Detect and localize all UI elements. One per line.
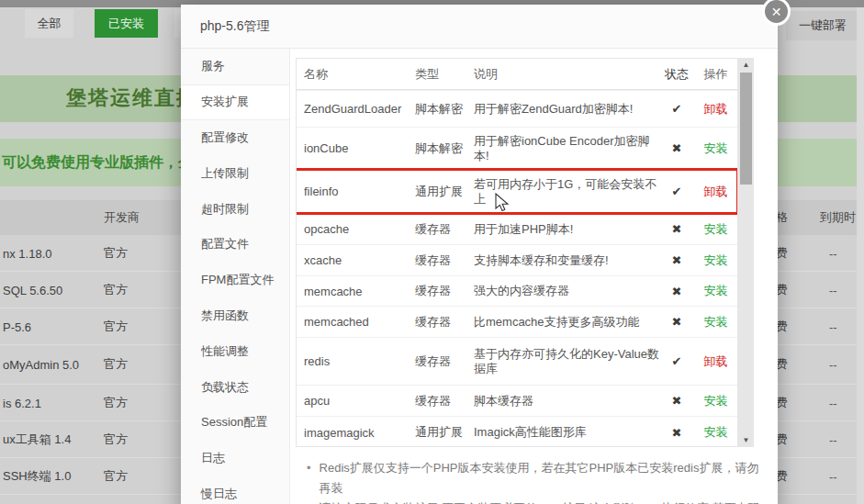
not-installed-cross-icon: ✖ (659, 222, 694, 236)
uninstall-link[interactable]: 卸载 (694, 353, 737, 370)
uninstall-link[interactable]: 卸载 (694, 101, 737, 118)
extension-type: 缓存器 (408, 252, 466, 269)
not-installed-cross-icon: ✖ (659, 253, 694, 267)
install-link[interactable]: 安装 (694, 424, 737, 441)
not-installed-cross-icon: ✖ (659, 426, 694, 440)
extension-row-ioncube: ionCube 脚本解密 用于解密ionCube Encoder加密脚本! ✖ … (297, 127, 737, 169)
install-link[interactable]: 安装 (694, 314, 737, 330)
software-name: nx 1.18.0 (3, 246, 52, 260)
extension-type: 通用扩展 (408, 184, 466, 200)
not-installed-cross-icon: ✖ (659, 141, 694, 155)
install-link[interactable]: 安装 (694, 221, 737, 238)
extension-row-fileinfo-highlighted: fileinfo 通用扩展 若可用内存小于1G，可能会安装不上 ✔ 卸载 (297, 169, 737, 213)
extension-table-header: 名称 类型 说明 状态 操作 (297, 59, 737, 90)
extension-name: ZendGuardLoader (297, 102, 408, 116)
extension-type: 缓存器 (408, 353, 466, 370)
scroll-up-icon[interactable]: ▲ (738, 58, 754, 72)
column-desc: 说明 (466, 67, 659, 82)
extension-row-xcache: xcache 缓存器 支持脚本缓存和变量缓存! ✖ 安装 (297, 244, 737, 275)
software-developer: 官方 (104, 245, 128, 262)
banner-title: 堡塔运维直播 (66, 84, 198, 112)
close-x-glyph: ✕ (771, 5, 782, 19)
install-link[interactable]: 安装 (694, 140, 737, 157)
extension-desc: 支持脚本缓存和变量缓存! (466, 253, 659, 268)
filter-all-button[interactable]: 全部 (25, 9, 73, 38)
sidebar-item-config-file[interactable]: 配置文件 (181, 227, 289, 263)
extension-name: redis (297, 354, 408, 368)
sidebar-item-load-status[interactable]: 负载状态 (181, 369, 289, 405)
column-action: 操作 (694, 66, 737, 83)
page-scrollbar[interactable] (857, 7, 864, 504)
sidebar-item-install-extensions[interactable]: 安装扩展 (181, 84, 289, 120)
sidebar-item-fpm-config[interactable]: FPM配置文件 (181, 263, 289, 298)
extension-name: apcu (297, 394, 408, 408)
extension-row-redis: redis 缓存器 基于内存亦可持久化的Key-Value数据库 ✔ 卸载 (297, 337, 737, 385)
extension-type: 缓存器 (408, 393, 466, 409)
sidebar-item-timeout-limit[interactable]: 超时限制 (181, 191, 289, 227)
software-expire: -- (829, 246, 837, 260)
software-developer: 官方 (104, 319, 128, 335)
not-installed-cross-icon: ✖ (659, 285, 694, 298)
extension-notes: • Redis扩展仅支持一个PHP版本安装使用，若在其它PHP版本已安装redi… (296, 458, 770, 504)
filter-installed-button[interactable]: 已安装 (95, 9, 158, 38)
column-type: 类型 (408, 66, 466, 83)
software-expire: -- (829, 469, 837, 483)
extension-desc: 用于加速PHP脚本! (466, 222, 659, 237)
software-name: P-5.6 (3, 319, 31, 333)
not-installed-cross-icon: ✖ (659, 315, 694, 329)
scroll-down-icon[interactable]: ▼ (738, 433, 754, 447)
software-expire: -- (829, 358, 837, 372)
software-name: SSH终端 1.0 (3, 468, 71, 485)
sidebar-item-log[interactable]: 日志 (181, 441, 289, 476)
software-name: is 6.2.1 (3, 396, 41, 409)
extension-name: ionCube (297, 141, 408, 155)
scrollbar-thumb[interactable] (740, 73, 752, 185)
bullet-icon: • (307, 498, 311, 504)
extension-table: 名称 类型 说明 状态 操作 ZendGuardLoader 脚本解密 用于解密… (296, 58, 738, 447)
note-text: Redis扩展仅支持一个PHP版本安装使用，若在其它PHP版本已安装redis扩… (320, 458, 770, 498)
note-advice: • 请按实际需求安装扩展,不要安装不必要的PHP扩展,这会影响PHP执行效率,甚… (307, 498, 770, 504)
extension-row-memcached: memcached 缓存器 比memcache支持更多高级功能 ✖ 安装 (297, 306, 737, 337)
software-developer: 官方 (104, 431, 128, 448)
extension-type: 通用扩展 (408, 424, 466, 441)
dialog-sidebar: 服务 安装扩展 配置修改 上传限制 超时限制 配置文件 FPM配置文件 禁用函数… (181, 49, 290, 504)
software-developer: 官方 (104, 468, 128, 485)
extension-desc: 若可用内存小于1G，可能会安装不上 (466, 177, 659, 207)
extension-type: 缓存器 (408, 314, 466, 330)
software-expire: -- (829, 319, 837, 333)
sidebar-item-session-config[interactable]: Session配置 (181, 405, 289, 441)
software-developer: 官方 (104, 282, 128, 298)
sidebar-item-performance[interactable]: 性能调整 (181, 333, 289, 369)
one-click-deploy-button[interactable]: 一键部署 (786, 11, 859, 40)
extension-type: 脚本解密 (408, 140, 466, 157)
extension-row-imagemagick: imagemagick 通用扩展 Imagick高性能图形库 ✖ 安装 (297, 416, 737, 447)
install-link[interactable]: 安装 (694, 252, 737, 269)
software-expire: -- (829, 432, 837, 446)
extension-row-apcu: apcu 缓存器 脚本缓存器 ✖ 安装 (297, 385, 737, 416)
extension-name: imagemagick (297, 426, 408, 440)
sidebar-item-upload-limit[interactable]: 上传限制 (181, 155, 289, 191)
dialog-titlebar: php-5.6管理 (181, 5, 778, 49)
extension-type: 缓存器 (408, 221, 466, 238)
sidebar-item-slow-log[interactable]: 慢日志 (181, 476, 289, 504)
extension-desc: 脚本缓存器 (466, 394, 659, 409)
uninstall-link[interactable]: 卸载 (694, 184, 737, 200)
php-manage-dialog: php-5.6管理 服务 安装扩展 配置修改 上传限制 超时限制 配置文件 FP… (181, 5, 778, 504)
extension-row-memcache: memcache 缓存器 强大的内容缓存器 ✖ 安装 (297, 275, 737, 306)
extension-name: xcache (297, 253, 408, 267)
software-expire: -- (829, 283, 837, 297)
sidebar-item-service[interactable]: 服务 (181, 49, 289, 84)
column-developer: 开发商 (104, 209, 140, 226)
install-link[interactable]: 安装 (694, 393, 737, 409)
table-scrollbar[interactable]: ▲ ▼ (738, 58, 754, 447)
install-link[interactable]: 安装 (694, 283, 737, 299)
sidebar-item-config-modify[interactable]: 配置修改 (181, 120, 289, 156)
software-name: oMyAdmin 5.0 (3, 358, 79, 372)
software-name: ux工具箱 1.4 (3, 431, 71, 448)
bullet-icon: • (307, 458, 311, 498)
installed-check-icon: ✔ (659, 354, 694, 368)
dialog-title: php-5.6管理 (200, 18, 269, 35)
installed-check-icon: ✔ (659, 102, 694, 116)
extension-type: 脚本解密 (408, 101, 466, 118)
sidebar-item-disabled-functions[interactable]: 禁用函数 (181, 298, 289, 334)
